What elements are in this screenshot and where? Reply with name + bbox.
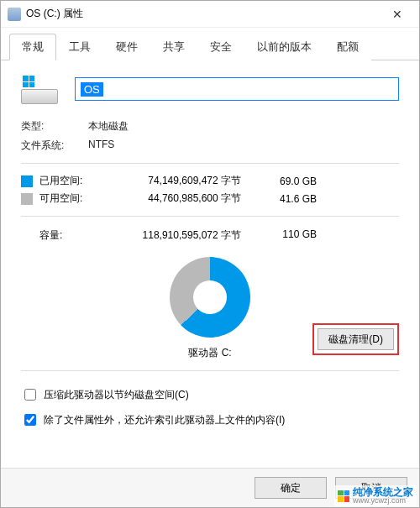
filesystem-value: NTFS — [88, 139, 114, 153]
divider — [21, 216, 399, 217]
type-label: 类型: — [21, 119, 88, 134]
properties-window: OS (C:) 属性 ✕ 常规工具硬件共享安全以前的版本配额 OS 类型: 本地… — [0, 0, 420, 508]
divider — [21, 163, 399, 164]
drive-label: 驱动器 C: — [188, 346, 231, 360]
watermark-line2: www.ycwzj.com — [353, 497, 413, 505]
capacity-bytes: 118,910,595,072 字节 — [107, 228, 258, 243]
highlight-box: 磁盘清理(D) — [312, 323, 399, 355]
capacity-label: 容量: — [21, 228, 107, 243]
tab-6[interactable]: 配额 — [324, 34, 371, 60]
used-swatch-icon — [21, 175, 33, 187]
free-bytes: 44,760,985,600 字节 — [107, 191, 258, 206]
tab-content-general: OS 类型: 本地磁盘 文件系统: NTFS 已用空间: 74,149,609,… — [1, 60, 419, 468]
close-button[interactable]: ✕ — [382, 4, 412, 24]
usage-donut-chart — [170, 257, 250, 338]
free-gb: 41.6 GB — [258, 193, 317, 205]
window-title: OS (C:) 属性 — [26, 7, 382, 21]
used-bytes: 74,149,609,472 字节 — [107, 174, 258, 188]
free-swatch-icon — [21, 193, 33, 205]
free-label: 可用空间: — [39, 191, 107, 206]
tab-3[interactable]: 共享 — [150, 34, 197, 60]
drive-mini-icon — [8, 8, 21, 21]
tab-1[interactable]: 工具 — [56, 34, 103, 60]
titlebar: OS (C:) 属性 ✕ — [1, 1, 419, 28]
drive-name-value: OS — [81, 82, 103, 97]
index-label: 除了文件属性外，还允许索引此驱动器上文件的内容(I) — [44, 413, 285, 427]
compress-checkbox[interactable] — [24, 389, 36, 401]
tab-2[interactable]: 硬件 — [103, 34, 150, 60]
tab-0[interactable]: 常规 — [9, 34, 56, 60]
index-checkbox[interactable] — [24, 414, 36, 426]
drive-name-input[interactable]: OS — [75, 77, 399, 101]
filesystem-label: 文件系统: — [21, 139, 88, 153]
compress-checkbox-row[interactable]: 压缩此驱动器以节约磁盘空间(C) — [21, 386, 399, 403]
tab-4[interactable]: 安全 — [197, 34, 244, 60]
index-checkbox-row[interactable]: 除了文件属性外，还允许索引此驱动器上文件的内容(I) — [21, 411, 399, 428]
compress-label: 压缩此驱动器以节约磁盘空间(C) — [44, 388, 189, 402]
divider — [21, 370, 399, 371]
used-gb: 69.0 GB — [258, 175, 317, 187]
drive-icon — [21, 74, 58, 104]
disk-cleanup-button[interactable]: 磁盘清理(D) — [318, 328, 394, 350]
watermark-logo-icon — [338, 490, 349, 502]
watermark: 纯净系统之家 www.ycwzj.com — [334, 485, 417, 506]
tab-5[interactable]: 以前的版本 — [244, 34, 324, 60]
tab-strip: 常规工具硬件共享安全以前的版本配额 — [1, 28, 419, 60]
used-label: 已用空间: — [39, 174, 107, 188]
ok-button[interactable]: 确定 — [255, 477, 327, 499]
close-icon: ✕ — [392, 8, 402, 21]
type-value: 本地磁盘 — [88, 119, 129, 134]
capacity-gb: 110 GB — [258, 228, 317, 243]
